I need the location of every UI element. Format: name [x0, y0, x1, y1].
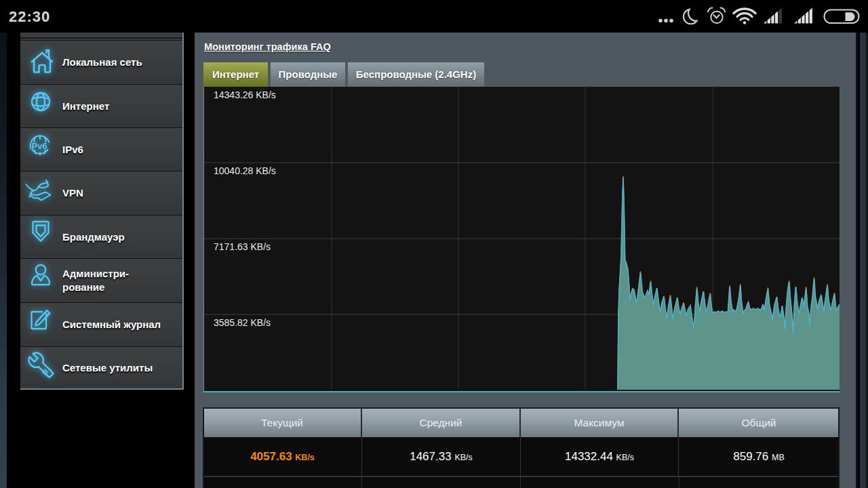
svg-text:IPv6: IPv6 — [29, 141, 47, 151]
